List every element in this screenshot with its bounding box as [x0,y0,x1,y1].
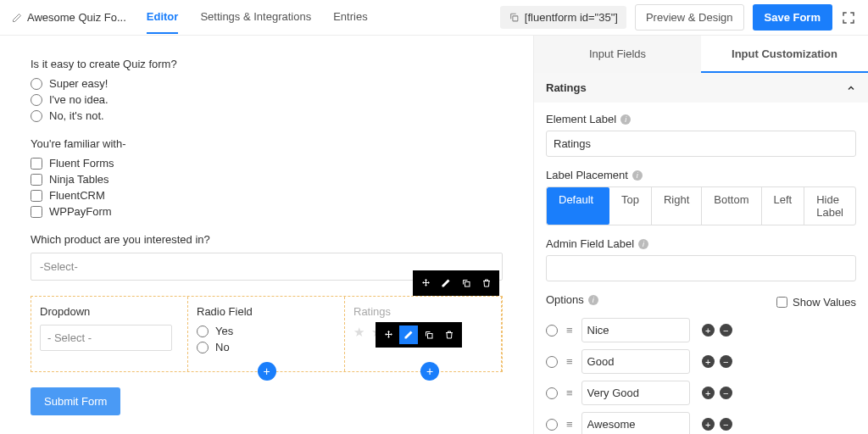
shortcode-display[interactable]: [fluentform id="35"] [500,6,626,29]
q2-checkbox[interactable] [31,174,42,186]
option-row: ≡ +− [546,318,856,342]
admin-label-lbl: Admin Field Label [546,237,634,250]
q1-option-label: Super easy! [49,77,108,90]
copy-icon [509,12,520,23]
placement-option[interactable]: Default [547,187,609,225]
col-1-dropdown[interactable]: Dropdown - Select - [31,297,188,371]
add-below-icon[interactable]: + [420,362,439,381]
q1-radio[interactable] [31,94,42,106]
placement-option[interactable]: Hide Label [804,187,855,225]
drag-icon[interactable]: ≡ [566,418,573,431]
option-text-input[interactable] [581,381,690,405]
q1-option[interactable]: Super easy! [31,77,503,90]
question-1[interactable]: Is it easy to create Quiz form? Super ea… [31,58,503,122]
q1-radio[interactable] [31,110,42,122]
option-row: ≡ +− [546,412,856,434]
question-2[interactable]: You're familiar with- Fluent FormsNinja … [31,137,503,218]
options-lbl: Options [546,293,584,306]
placement-option[interactable]: Left [762,187,805,225]
q1-option[interactable]: I've no idea. [31,93,503,106]
info-icon[interactable]: i [588,295,598,305]
copy-icon[interactable] [457,274,476,292]
add-option-icon[interactable]: + [702,355,715,368]
section-title: Ratings [546,81,587,94]
field-label-placement: Label Placementi DefaultTopRightBottomLe… [546,169,856,225]
pencil-icon [12,13,22,23]
q2-option[interactable]: WPPayForm [31,205,503,218]
preview-button[interactable]: Preview & Design [635,4,744,31]
option-row: ≡ +− [546,349,856,374]
col-2-radio[interactable]: Radio Field YesNo [188,297,345,371]
show-values-toggle[interactable]: Show Values [776,296,856,309]
label-placement-group: DefaultTopRightBottomLeftHide Label [546,186,856,225]
submit-button[interactable]: Submit Form [31,387,120,415]
option-text-input[interactable] [581,349,690,374]
q1-option-label: I've no idea. [49,93,108,106]
form-title-text: Awesome Quiz Fo... [27,11,126,24]
remove-option-icon[interactable]: − [720,418,732,431]
edit-icon[interactable] [399,326,418,344]
form-title[interactable]: Awesome Quiz Fo... [12,11,126,24]
move-icon[interactable] [379,326,398,344]
placement-option[interactable]: Top [609,187,652,225]
placement-option[interactable]: Right [652,187,702,225]
c1-select[interactable]: - Select - [40,325,172,351]
trash-icon[interactable] [477,274,496,292]
c2-option[interactable]: Yes [197,325,336,337]
move-icon[interactable] [416,274,435,292]
add-row-icon[interactable]: + [258,362,276,381]
option-row: ≡ +− [546,381,856,405]
option-default-radio[interactable] [546,387,558,399]
save-button[interactable]: Save Form [753,4,832,31]
add-option-icon[interactable]: + [702,324,715,337]
info-icon[interactable]: i [638,239,648,249]
add-option-icon[interactable]: + [702,387,715,399]
option-default-radio[interactable] [546,419,558,431]
placement-option[interactable]: Bottom [702,187,761,225]
c2-label: Radio Field [197,305,336,318]
remove-option-icon[interactable]: − [720,355,732,368]
q3-label: Which product are you interested in? [31,233,503,246]
copy-icon[interactable] [420,326,438,344]
show-values-checkbox[interactable] [776,297,787,308]
columns-row[interactable]: Dropdown - Select - Radio Field YesNo Ra… [31,296,503,372]
q1-radio[interactable] [31,78,42,90]
tab-input-fields[interactable]: Input Fields [534,36,701,73]
info-icon[interactable]: i [620,114,631,125]
section-header-ratings[interactable]: Ratings [534,73,868,103]
q2-option-label: Ninja Tables [49,173,109,186]
fullscreen-icon[interactable] [841,10,856,25]
tab-input-customization[interactable]: Input Customization [701,36,868,73]
admin-label-input[interactable] [546,255,856,281]
col-3-ratings[interactable]: Ratings ★ ★ ★ ★ ★ + [345,297,502,371]
add-option-icon[interactable]: + [702,418,715,431]
c2-option[interactable]: No [197,341,336,353]
q1-label: Is it easy to create Quiz form? [31,58,503,70]
option-default-radio[interactable] [546,356,558,368]
remove-option-icon[interactable]: − [720,387,732,399]
c2-radio[interactable] [197,326,209,337]
q2-checkbox[interactable] [31,190,42,202]
drag-icon[interactable]: ≡ [566,387,573,399]
option-default-radio[interactable] [546,325,558,337]
option-text-input[interactable] [581,412,690,434]
option-text-input[interactable] [581,318,690,342]
edit-icon[interactable] [437,274,455,292]
c2-radio[interactable] [197,342,209,353]
drag-icon[interactable]: ≡ [566,324,573,337]
q2-option[interactable]: Ninja Tables [31,173,503,186]
tab-entries[interactable]: Entries [333,1,367,34]
trash-icon[interactable] [440,326,459,344]
q2-checkbox[interactable] [31,158,42,170]
tab-settings[interactable]: Settings & Integrations [200,1,311,34]
q2-option[interactable]: Fluent Forms [31,157,503,170]
q1-option[interactable]: No, it's not. [31,109,503,122]
element-label-input[interactable] [546,131,856,157]
q2-option[interactable]: FluentCRM [31,189,503,202]
remove-option-icon[interactable]: − [720,324,732,337]
tab-editor[interactable]: Editor [147,1,179,34]
info-icon[interactable]: i [632,170,643,181]
drag-icon[interactable]: ≡ [566,355,573,368]
svg-rect-1 [465,282,470,287]
q2-checkbox[interactable] [31,206,42,218]
